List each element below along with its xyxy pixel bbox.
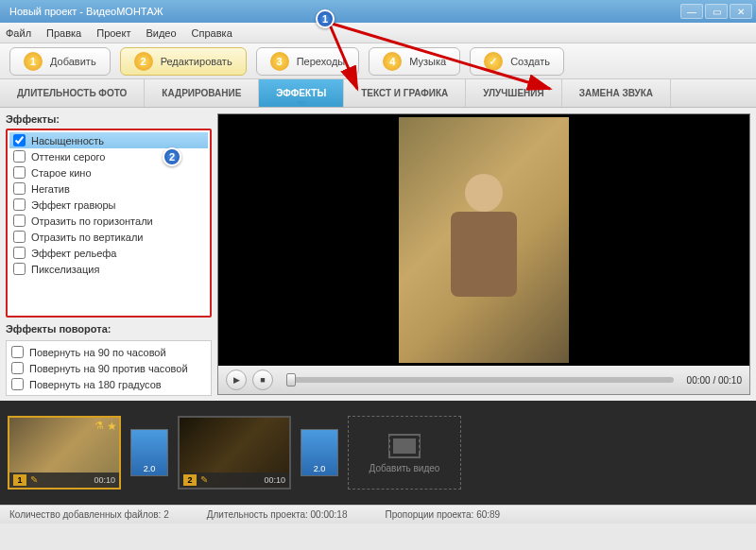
status-aspect: Пропорции проекта: 60:89 xyxy=(385,509,500,520)
transition-1[interactable]: 2.0 xyxy=(130,429,168,476)
rotate-180[interactable]: Повернуть на 180 градусов xyxy=(9,376,208,392)
rotate-list: Повернуть на 90 по часовой Повернуть на … xyxy=(6,340,212,396)
svg-rect-6 xyxy=(417,442,420,445)
effect-relief[interactable]: Эффект рельефа xyxy=(9,245,208,261)
step-edit[interactable]: 2Редактировать xyxy=(120,47,247,76)
effect-icon: ⚗ xyxy=(94,420,104,432)
add-video-button[interactable]: Добавить видео xyxy=(348,416,461,490)
effect-pixelate[interactable]: Пикселизация xyxy=(9,261,208,277)
menu-project[interactable]: Проект xyxy=(96,27,130,39)
clip-1[interactable]: ⚗ ★ 1 ✎ 00:10 xyxy=(8,416,121,490)
subtab-audio[interactable]: ЗАМЕНА ЗВУКА xyxy=(562,79,671,107)
effects-sidebar: Эффекты: Насыщенность Оттенки серого Ста… xyxy=(0,108,217,401)
maximize-button[interactable]: ▭ xyxy=(705,4,728,19)
effect-negative[interactable]: Негатив xyxy=(9,180,208,197)
seek-thumb[interactable] xyxy=(286,373,296,387)
step-music[interactable]: 4Музыка xyxy=(369,47,460,76)
rotate-90ccw[interactable]: Повернуть на 90 против часовой xyxy=(9,360,208,376)
preview-frame xyxy=(399,117,569,363)
sub-tabs: ДЛИТЕЛЬНОСТЬ ФОТО КАДРИРОВАНИЕ ЭФФЕКТЫ Т… xyxy=(0,79,756,108)
player-controls: ▶ ■ 00:00 / 00:10 xyxy=(218,366,749,394)
effect-saturation[interactable]: Насыщенность xyxy=(9,132,208,148)
status-files: Количество добавленных файлов: 2 xyxy=(9,509,169,520)
edit-icon[interactable]: ✎ xyxy=(200,474,212,486)
effect-engraving[interactable]: Эффект гравюры xyxy=(9,197,208,213)
menu-edit[interactable]: Правка xyxy=(46,27,81,39)
transition-2[interactable]: 2.0 xyxy=(301,429,338,476)
menu-file[interactable]: Файл xyxy=(6,27,31,39)
svg-rect-4 xyxy=(389,448,392,451)
timecode: 00:00 / 00:10 xyxy=(687,375,742,386)
seek-slider[interactable] xyxy=(286,377,674,383)
statusbar: Количество добавленных файлов: 2 Длитель… xyxy=(0,505,756,524)
subtab-effects[interactable]: ЭФФЕКТЫ xyxy=(259,79,344,107)
star-icon: ★ xyxy=(107,420,117,433)
preview-panel: ▶ ■ 00:00 / 00:10 xyxy=(217,113,750,395)
subtab-improve[interactable]: УЛУЧШЕНИЯ xyxy=(466,79,561,107)
step-transitions[interactable]: 3Переходы xyxy=(256,47,360,76)
svg-rect-1 xyxy=(393,438,416,454)
subtab-crop[interactable]: КАДРИРОВАНИЕ xyxy=(145,79,259,107)
status-duration: Длительность проекта: 00:00:18 xyxy=(207,509,348,520)
minimize-button[interactable]: — xyxy=(680,4,703,19)
preview-video[interactable] xyxy=(218,114,749,366)
effect-fliph[interactable]: Отразить по горизонтали xyxy=(9,213,208,229)
svg-rect-3 xyxy=(389,442,392,445)
effect-checkbox[interactable] xyxy=(13,134,26,146)
effect-grayscale[interactable]: Оттенки серого xyxy=(9,148,208,164)
subtab-duration[interactable]: ДЛИТЕЛЬНОСТЬ ФОТО xyxy=(0,79,145,107)
step-add[interactable]: 1Добавить xyxy=(9,47,111,76)
rotate-90cw[interactable]: Повернуть на 90 по часовой xyxy=(9,344,208,360)
effects-title: Эффекты: xyxy=(6,113,212,125)
subtab-text[interactable]: ТЕКСТ И ГРАФИКА xyxy=(344,79,466,107)
play-button[interactable]: ▶ xyxy=(226,370,247,390)
stop-button[interactable]: ■ xyxy=(252,370,273,390)
menubar: Файл Правка Проект Видео Справка xyxy=(0,23,756,43)
rotate-title: Эффекты поворота: xyxy=(6,323,212,335)
edit-icon[interactable]: ✎ xyxy=(30,474,42,486)
svg-rect-7 xyxy=(417,448,420,451)
effect-flipv[interactable]: Отразить по вертикали xyxy=(9,229,208,245)
film-icon xyxy=(387,433,421,459)
close-button[interactable]: ✕ xyxy=(730,4,752,19)
titlebar: Новый проект - ВидеоМОНТАЖ — ▭ ✕ xyxy=(0,0,756,23)
step-create[interactable]: ✓Создать xyxy=(470,47,564,76)
menu-video[interactable]: Видео xyxy=(146,27,176,39)
clip-2[interactable]: 2 ✎ 00:10 xyxy=(178,416,291,490)
svg-rect-5 xyxy=(417,437,420,439)
svg-rect-2 xyxy=(389,437,392,439)
step-tabs: 1Добавить 2Редактировать 3Переходы 4Музы… xyxy=(0,43,756,79)
menu-help[interactable]: Справка xyxy=(192,27,232,39)
effects-list[interactable]: Насыщенность Оттенки серого Старое кино … xyxy=(6,129,212,318)
window-title: Новый проект - ВидеоМОНТАЖ xyxy=(4,6,679,17)
timeline[interactable]: ⚗ ★ 1 ✎ 00:10 2.0 2 ✎ 00:10 2.0 Добавить… xyxy=(0,401,756,505)
effect-oldfilm[interactable]: Старое кино xyxy=(9,164,208,180)
